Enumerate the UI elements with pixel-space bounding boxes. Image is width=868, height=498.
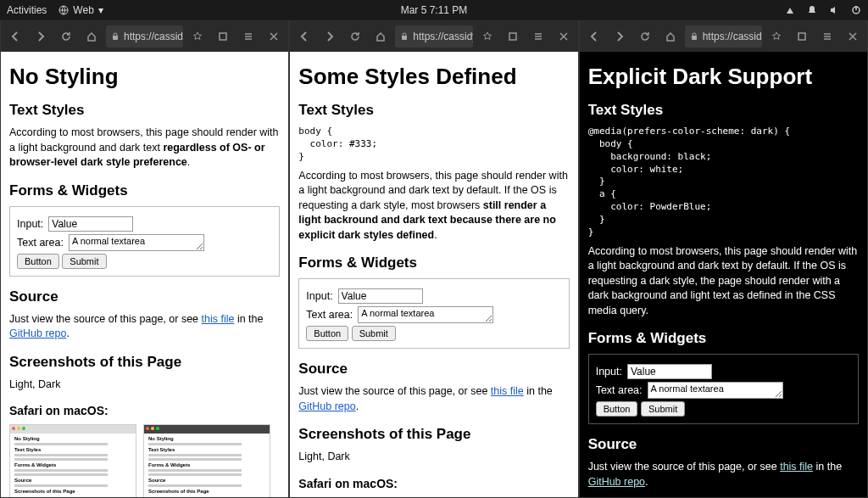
input-label: Input:	[17, 218, 43, 230]
heading-safari: Safari on macOS:	[298, 477, 569, 490]
page-content: Some Styles Defined Text Styles body { c…	[290, 52, 577, 497]
home-button[interactable]	[370, 25, 392, 48]
button-button[interactable]: Button	[596, 401, 638, 417]
sound-icon[interactable]	[829, 5, 839, 15]
svg-rect-3	[113, 36, 118, 40]
tabs-button[interactable]	[791, 25, 813, 48]
reload-button[interactable]	[344, 25, 366, 48]
textarea-label: Text area:	[306, 309, 353, 321]
close-button[interactable]	[842, 25, 864, 48]
url-text: https://cassidyjames.com/dark-de	[413, 31, 472, 42]
heading-forms: Forms & Widgets	[588, 330, 859, 347]
heading-text-styles: Text Styles	[9, 102, 280, 119]
text-input[interactable]	[338, 288, 423, 304]
textarea-input[interactable]: A normal textarea	[358, 306, 493, 323]
browser-window-1: https://cassidyjames.com/dark-de No Styl…	[0, 20, 289, 498]
close-button[interactable]	[263, 25, 285, 48]
close-button[interactable]	[553, 25, 575, 48]
url-bar[interactable]: https://cassidyjames.com/dark-de	[395, 25, 472, 48]
page-content: No Styling Text Styles According to most…	[1, 52, 288, 497]
github-repo-link[interactable]: GitHub repo	[588, 476, 645, 488]
tabs-button[interactable]	[502, 25, 524, 48]
power-icon[interactable]	[851, 5, 861, 15]
textarea-input[interactable]: A normal textarea	[648, 382, 783, 399]
back-button[interactable]	[583, 25, 605, 48]
input-label: Input:	[306, 290, 332, 302]
lock-icon	[400, 32, 409, 41]
textarea-input[interactable]: A normal textarea	[69, 234, 204, 251]
chevron-down-icon: ▾	[98, 4, 103, 16]
text-input[interactable]	[48, 216, 133, 232]
screenshot-thumb-light[interactable]: No StylingText StylesForms & WidgetsSour…	[9, 424, 136, 497]
code-block: body { color: #333; }	[298, 126, 569, 164]
github-repo-link[interactable]: GitHub repo	[298, 400, 355, 412]
github-repo-link[interactable]: GitHub repo	[9, 327, 66, 339]
heading-safari: Safari on macOS:	[9, 404, 280, 417]
button-button[interactable]: Button	[17, 254, 59, 269]
svg-rect-5	[402, 36, 407, 40]
browser-chrome: https://cassidyjames.com/dark-de	[580, 21, 867, 52]
heading-screenshots: Screenshots of this Page	[9, 354, 280, 371]
browser-chrome: https://cassidyjames.com/dark-de	[1, 21, 288, 52]
heading-screenshots: Screenshots of this Page	[298, 426, 569, 443]
url-bar[interactable]: https://cassidyjames.com/dark-de	[106, 25, 183, 48]
app-indicator[interactable]: Web ▾	[58, 4, 103, 16]
activities-button[interactable]: Activities	[7, 4, 47, 16]
submit-button[interactable]: Submit	[641, 401, 685, 417]
this-file-link[interactable]: this file	[202, 313, 235, 325]
back-button[interactable]	[4, 25, 26, 48]
forward-button[interactable]	[30, 25, 52, 48]
forward-button[interactable]	[319, 25, 341, 48]
clock[interactable]: Mar 5 7:11 PM	[401, 4, 468, 16]
web-icon	[58, 5, 69, 15]
heading-source: Source	[588, 436, 859, 453]
bookmark-button[interactable]	[765, 25, 787, 48]
url-bar[interactable]: https://cassidyjames.com/dark-de	[685, 25, 762, 48]
forward-button[interactable]	[609, 25, 631, 48]
svg-rect-8	[798, 33, 805, 40]
menu-button[interactable]	[816, 25, 838, 48]
textarea-label: Text area:	[17, 237, 64, 249]
menu-button[interactable]	[237, 25, 259, 48]
notification-icon[interactable]	[807, 5, 817, 15]
network-icon[interactable]	[785, 5, 795, 15]
submit-button[interactable]: Submit	[62, 254, 106, 269]
browser-window-2: https://cassidyjames.com/dark-de Some St…	[289, 20, 578, 498]
input-label: Input:	[596, 366, 622, 378]
source-paragraph: Just view the source of this page, or se…	[588, 460, 859, 490]
source-paragraph: Just view the source of this page, or se…	[298, 384, 569, 414]
textarea-label: Text area:	[596, 384, 643, 396]
intro-paragraph: According to most browsers, this page sh…	[298, 169, 569, 243]
shots-line: Light, Dark	[9, 378, 280, 393]
button-button[interactable]: Button	[306, 326, 348, 341]
submit-button[interactable]: Submit	[352, 326, 396, 341]
home-button[interactable]	[659, 25, 682, 48]
reload-button[interactable]	[634, 25, 656, 48]
text-input[interactable]	[627, 364, 712, 379]
back-button[interactable]	[293, 25, 315, 48]
gnome-topbar: Activities Web ▾ Mar 5 7:11 PM	[0, 0, 868, 20]
heading-forms: Forms & Widgets	[9, 182, 280, 199]
tabs-button[interactable]	[212, 25, 234, 48]
lock-icon	[690, 32, 698, 41]
shots-line: Light, Dark	[298, 450, 569, 465]
intro-paragraph: According to most browsers, this page sh…	[9, 126, 280, 171]
reload-button[interactable]	[55, 25, 77, 48]
menu-button[interactable]	[527, 25, 549, 48]
browser-window-3: https://cassidyjames.com/dark-de Explici…	[579, 20, 868, 498]
home-button[interactable]	[81, 25, 103, 48]
svg-rect-6	[509, 33, 516, 40]
screenshot-thumb-dark[interactable]: No StylingText StylesForms & WidgetsSour…	[143, 424, 270, 497]
this-file-link[interactable]: this file	[491, 385, 524, 397]
heading-text-styles: Text Styles	[588, 102, 859, 119]
screenshot-row: No StylingText StylesForms & WidgetsSour…	[9, 424, 280, 497]
page-title: Some Styles Defined	[298, 64, 569, 90]
bookmark-button[interactable]	[476, 25, 498, 48]
svg-rect-4	[220, 33, 226, 40]
this-file-link[interactable]: this file	[780, 461, 813, 473]
bookmark-button[interactable]	[186, 25, 209, 48]
heading-forms: Forms & Widgets	[298, 255, 569, 271]
heading-source: Source	[298, 361, 569, 378]
form-box: Input: Text area:A normal textarea Butto…	[298, 278, 569, 349]
code-block: @media(prefers-color-scheme: dark) { bod…	[588, 126, 859, 239]
